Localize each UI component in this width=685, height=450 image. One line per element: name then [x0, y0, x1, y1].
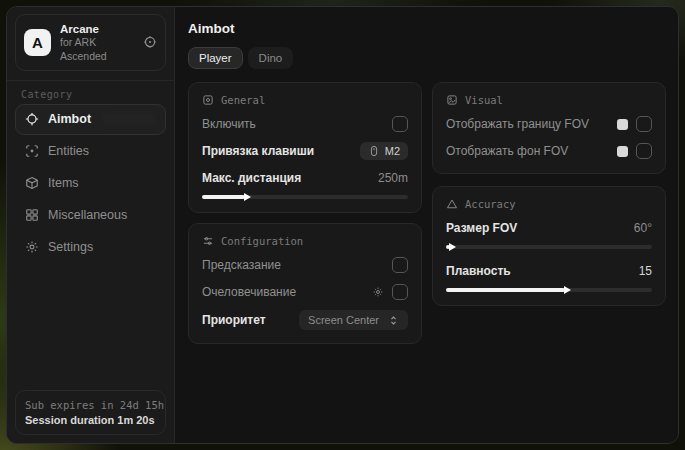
tab-bar: Player Dino — [188, 47, 666, 69]
app-window: A Arcane for ARK Ascended Category — [6, 6, 679, 444]
smoothness-value: 15 — [639, 264, 652, 278]
sidebar-item-aimbot[interactable]: Aimbot — [15, 104, 166, 135]
sidebar-item-miscellaneous[interactable]: Miscellaneous — [15, 200, 166, 231]
sidebar-item-label: Settings — [48, 240, 93, 254]
sub-expires-text: Sub expires in 24d 15h — [25, 399, 156, 411]
smoothness-slider[interactable] — [446, 288, 652, 292]
slider-fill — [202, 195, 245, 199]
humanization-row: Очеловечивание — [202, 283, 408, 301]
priority-value: Screen Center — [308, 314, 379, 326]
gear-icon — [24, 240, 39, 255]
sidebar-item-label: Entities — [48, 144, 89, 158]
tab-dino[interactable]: Dino — [248, 47, 294, 69]
keybind-row: Привязка клавиши M2 — [202, 142, 408, 160]
priority-dropdown[interactable]: Screen Center — [299, 310, 408, 330]
max-distance-slider[interactable] — [202, 195, 408, 199]
category-label: Category — [21, 89, 174, 100]
humanization-controls — [372, 284, 408, 300]
fov-border-checkbox[interactable] — [636, 116, 652, 132]
general-card-title: General — [221, 94, 265, 106]
fov-background-label: Отображать фон FOV — [446, 144, 568, 158]
accuracy-card-title: Accuracy — [465, 198, 516, 210]
card-grid: General Включить Привязка клавиши M2 — [188, 82, 666, 344]
fov-size-row: Размер FOV 60° — [446, 219, 652, 237]
grid-icon — [24, 208, 39, 223]
enable-label: Включить — [202, 117, 256, 131]
tune-icon — [202, 235, 214, 247]
session-duration-text: Session duration 1m 20s — [25, 414, 156, 426]
fov-size-label: Размер FOV — [446, 221, 517, 235]
max-distance-value: 250m — [378, 171, 408, 185]
general-card: General Включить Привязка клавиши M2 — [188, 82, 422, 213]
main-panel: Aimbot Player Dino General — [175, 7, 678, 443]
sidebar: A Arcane for ARK Ascended Category — [7, 7, 175, 443]
unfold-icon — [388, 315, 399, 326]
fov-border-color-swatch[interactable] — [617, 119, 628, 130]
subscription-card: Sub expires in 24d 15h Session duration … — [15, 390, 166, 435]
visual-card: Visual Отображать границу FOV Отображать… — [432, 82, 666, 174]
configuration-card: Configuration Предсказание Очеловечивани… — [188, 223, 422, 344]
sidebar-item-entities[interactable]: Entities — [15, 136, 166, 167]
sidebar-item-settings[interactable]: Settings — [15, 232, 166, 263]
blurred-keybind-badge — [103, 112, 155, 125]
max-distance-label: Макс. дистанция — [202, 171, 301, 185]
fov-size-value: 60° — [634, 221, 652, 235]
fov-size-slider[interactable] — [446, 245, 652, 249]
fov-background-checkbox[interactable] — [636, 143, 652, 159]
accuracy-card-header: Accuracy — [446, 198, 652, 210]
brand-logo: A — [24, 29, 51, 56]
slider-fill — [446, 288, 565, 292]
keybind-value: M2 — [385, 145, 400, 157]
sidebar-item-label: Miscellaneous — [48, 208, 127, 222]
sidebar-divider — [7, 80, 174, 81]
accuracy-card: Accuracy Размер FOV 60° Плавность 15 — [432, 186, 666, 306]
keybind-button[interactable]: M2 — [360, 142, 408, 160]
prediction-label: Предсказание — [202, 258, 281, 272]
enable-row: Включить — [202, 115, 408, 133]
brand-title: Arcane — [60, 22, 134, 36]
mouse-icon — [368, 145, 380, 157]
smoothness-row: Плавность 15 — [446, 262, 652, 280]
configuration-card-title: Configuration — [221, 235, 303, 247]
sidebar-nav: Aimbot Entities Items — [7, 104, 174, 264]
left-column: General Включить Привязка клавиши M2 — [188, 82, 422, 344]
scope-icon — [202, 94, 214, 106]
keybind-label: Привязка клавиши — [202, 144, 314, 158]
package-icon — [24, 176, 39, 191]
prediction-row: Предсказание — [202, 256, 408, 274]
sidebar-item-label: Aimbot — [48, 112, 91, 126]
prediction-checkbox[interactable] — [392, 257, 408, 273]
fov-background-row: Отображать фон FOV — [446, 142, 652, 160]
crosshair-icon — [24, 112, 39, 127]
smoothness-label: Плавность — [446, 264, 511, 278]
fov-background-controls — [617, 143, 652, 159]
fov-background-color-swatch[interactable] — [617, 146, 628, 157]
target-icon[interactable] — [143, 35, 157, 49]
sidebar-spacer — [7, 264, 174, 390]
brand-card: A Arcane for ARK Ascended — [15, 14, 166, 71]
fov-border-row: Отображать границу FOV — [446, 115, 652, 133]
sidebar-item-label: Items — [48, 176, 79, 190]
tab-player[interactable]: Player — [188, 47, 243, 69]
right-column: Visual Отображать границу FOV Отображать… — [432, 82, 666, 306]
priority-label: Приоритет — [202, 313, 266, 327]
scan-icon — [24, 144, 39, 159]
max-distance-row: Макс. дистанция 250m — [202, 169, 408, 187]
enable-checkbox[interactable] — [392, 116, 408, 132]
fov-border-controls — [617, 116, 652, 132]
configuration-card-header: Configuration — [202, 235, 408, 247]
visual-card-header: Visual — [446, 94, 652, 106]
humanization-label: Очеловечивание — [202, 285, 296, 299]
general-card-header: General — [202, 94, 408, 106]
slider-fill — [446, 245, 450, 249]
sidebar-item-items[interactable]: Items — [15, 168, 166, 199]
priority-row: Приоритет Screen Center — [202, 310, 408, 330]
gear-icon[interactable] — [372, 286, 384, 298]
fov-border-label: Отображать границу FOV — [446, 117, 589, 131]
image-icon — [446, 94, 458, 106]
humanization-checkbox[interactable] — [392, 284, 408, 300]
visual-card-title: Visual — [465, 94, 503, 106]
brand-text: Arcane for ARK Ascended — [60, 22, 134, 63]
page-title: Aimbot — [188, 21, 666, 36]
triangle-icon — [446, 198, 458, 210]
